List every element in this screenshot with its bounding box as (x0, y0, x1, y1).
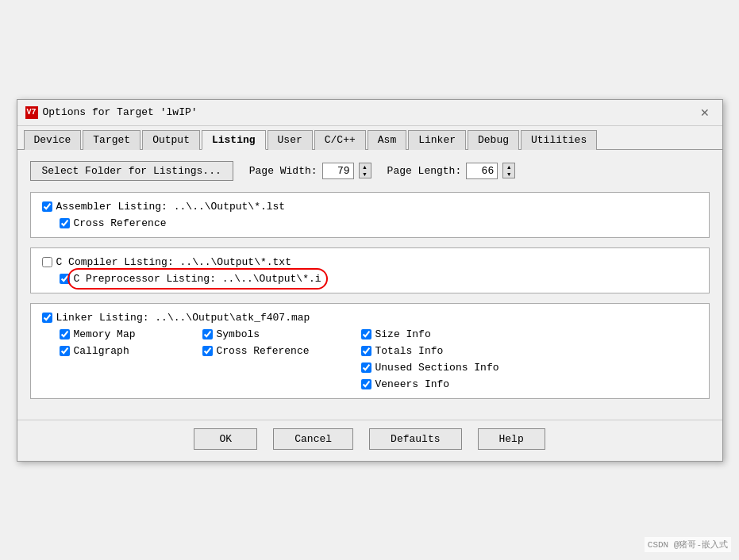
page-length-input[interactable] (466, 163, 498, 179)
symbols-checkbox[interactable] (202, 329, 213, 339)
empty-col0b (60, 378, 202, 390)
close-button[interactable]: ✕ (695, 105, 714, 121)
footer: OK Cancel Defaults Help (17, 420, 722, 461)
compiler-listing-label: C Compiler Listing: ..\..\Output\*.txt (56, 256, 291, 268)
veneers-info-checkbox[interactable] (361, 379, 371, 389)
tab-asm[interactable]: Asm (368, 130, 406, 150)
tab-user[interactable]: User (268, 130, 313, 150)
memory-map-label: Memory Map (74, 328, 136, 340)
page-length-spinners: ▲ ▼ (502, 163, 515, 178)
icon-label: V7 (26, 108, 36, 117)
assembler-listing-row[interactable]: Assembler Listing: ..\..\Output\*.lst (42, 201, 698, 213)
linker-listing-checkbox[interactable] (42, 313, 52, 323)
size-info-label: Size Info (375, 328, 431, 340)
tab-debug[interactable]: Debug (468, 130, 519, 150)
cross-reference-checkbox[interactable] (202, 346, 213, 356)
tab-linker[interactable]: Linker (408, 130, 466, 150)
page-width-input[interactable] (322, 163, 354, 179)
memory-map-row[interactable]: Memory Map (60, 328, 202, 340)
defaults-button[interactable]: Defaults (369, 428, 461, 450)
preprocessor-listing-row[interactable]: C Preprocessor Listing: ..\..\Output\*.i (60, 273, 698, 285)
compiler-listing-row[interactable]: C Compiler Listing: ..\..\Output\*.txt (42, 256, 698, 268)
tab-listing[interactable]: Listing (202, 130, 266, 150)
options-dialog: V7 Options for Target 'lwIP' ✕ Device Ta… (17, 99, 723, 462)
empty-col1 (202, 362, 361, 374)
veneers-info-row[interactable]: Veneers Info (361, 378, 536, 390)
assembler-listing-checkbox[interactable] (42, 201, 52, 212)
cross-reference-row[interactable]: Cross Reference (202, 345, 361, 357)
linker-listing-label: Linker Listing: ..\..\Output\atk_f407.ma… (56, 312, 310, 324)
linker-options-grid: Memory Map Symbols Size Info Callgraph (60, 328, 698, 390)
dialog-title: Options for Target 'lwIP' (43, 106, 198, 118)
totals-info-checkbox[interactable] (361, 346, 371, 356)
assembler-cross-ref-row[interactable]: Cross Reference (60, 217, 698, 229)
tab-utilities[interactable]: Utilities (521, 130, 597, 150)
tabs-bar: Device Target Output Listing User C/C++ … (17, 126, 722, 150)
symbols-label: Symbols (217, 328, 260, 340)
ok-button[interactable]: OK (194, 428, 257, 450)
assembler-listing-label: Assembler Listing: ..\..\Output\*.lst (56, 201, 286, 213)
page-width-group: Page Width: ▲ ▼ (249, 163, 371, 179)
compiler-listing-checkbox[interactable] (42, 257, 52, 267)
veneers-info-label: Veneers Info (375, 378, 450, 390)
app-icon: V7 (25, 106, 38, 119)
page-length-group: Page Length: ▲ ▼ (387, 163, 516, 179)
totals-info-row[interactable]: Totals Info (361, 345, 536, 357)
symbols-row[interactable]: Symbols (202, 328, 361, 340)
title-bar-left: V7 Options for Target 'lwIP' (25, 106, 198, 119)
toolbar-row: Select Folder for Listings... Page Width… (30, 161, 710, 181)
assembler-cross-ref-label: Cross Reference (74, 217, 167, 229)
help-button[interactable]: Help (478, 428, 545, 450)
totals-info-label: Totals Info (375, 345, 444, 357)
memory-map-checkbox[interactable] (60, 329, 70, 339)
cross-reference-label: Cross Reference (217, 345, 310, 357)
page-length-up[interactable]: ▲ (503, 163, 514, 171)
size-info-row[interactable]: Size Info (361, 328, 536, 340)
page-length-label: Page Length: (387, 165, 462, 177)
page-width-spinners: ▲ ▼ (359, 163, 371, 178)
tab-target[interactable]: Target (83, 130, 140, 150)
page-length-down[interactable]: ▼ (503, 171, 514, 178)
unused-sections-label: Unused Sections Info (375, 362, 499, 374)
unused-sections-row[interactable]: Unused Sections Info (361, 362, 536, 374)
page-width-down[interactable]: ▼ (360, 171, 371, 178)
linker-section: Linker Listing: ..\..\Output\atk_f407.ma… (30, 303, 710, 399)
assembler-cross-ref-checkbox[interactable] (60, 218, 70, 228)
cancel-button[interactable]: Cancel (273, 428, 353, 450)
compiler-section: C Compiler Listing: ..\..\Output\*.txt C… (30, 247, 710, 293)
tab-device[interactable]: Device (24, 130, 82, 150)
preprocessor-listing-checkbox[interactable] (60, 274, 70, 284)
page-width-up[interactable]: ▲ (360, 163, 371, 171)
empty-col0 (60, 362, 202, 374)
linker-listing-row[interactable]: Linker Listing: ..\..\Output\atk_f407.ma… (42, 312, 698, 324)
size-info-checkbox[interactable] (361, 329, 371, 339)
callgraph-label: Callgraph (74, 345, 129, 357)
tab-output[interactable]: Output (142, 130, 200, 150)
watermark: CSDN @猪哥-嵌入式 (645, 537, 731, 552)
preprocessor-listing-label: C Preprocessor Listing: ..\..\Output\*.i (74, 273, 321, 285)
title-bar: V7 Options for Target 'lwIP' ✕ (17, 100, 722, 126)
empty-col1b (202, 378, 361, 390)
assembler-section: Assembler Listing: ..\..\Output\*.lst Cr… (30, 192, 710, 238)
unused-sections-checkbox[interactable] (361, 362, 371, 373)
select-folder-button[interactable]: Select Folder for Listings... (30, 161, 233, 181)
page-width-label: Page Width: (249, 165, 318, 177)
tab-cpp[interactable]: C/C++ (314, 130, 366, 150)
main-content: Select Folder for Listings... Page Width… (17, 150, 722, 420)
callgraph-checkbox[interactable] (60, 346, 70, 356)
callgraph-row[interactable]: Callgraph (60, 345, 202, 357)
